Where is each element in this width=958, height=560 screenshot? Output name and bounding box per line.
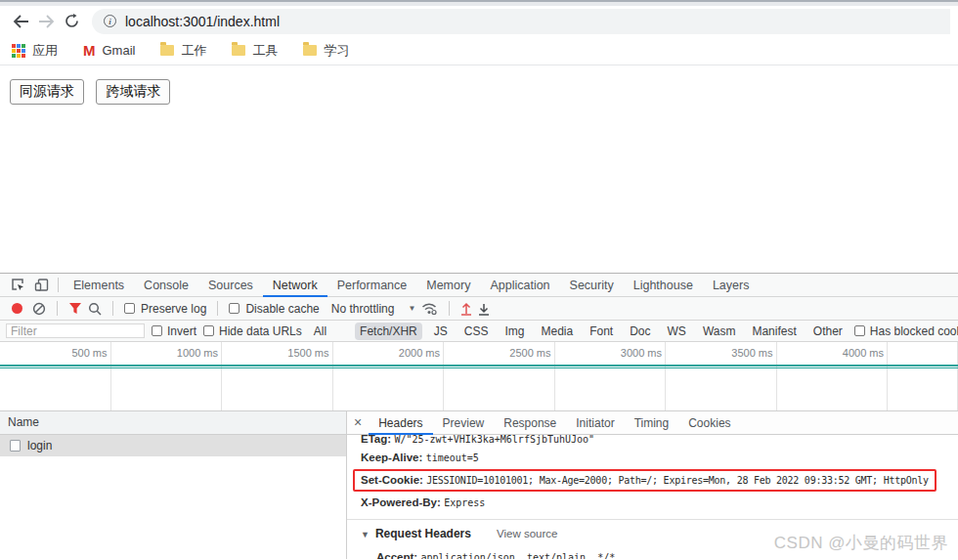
gmail-icon: M [83, 43, 96, 58]
close-detail-icon[interactable]: × [347, 414, 369, 432]
has-blocked-cookies-label: Has blocked cookies [870, 324, 958, 338]
section-divider [347, 519, 958, 520]
import-har-icon[interactable] [460, 302, 472, 316]
forward-button[interactable] [33, 9, 59, 34]
type-filter-other[interactable]: Other [808, 323, 848, 340]
bookmarks-bar: 应用 M Gmail 工作 工具 学习 [0, 36, 958, 65]
hide-data-urls-checkbox[interactable] [203, 325, 214, 336]
page-content: 同源请求 跨域请求 [0, 65, 958, 273]
grid-cell [444, 365, 555, 410]
devtools-tab-bar: Elements Console Sources Network Perform… [0, 274, 958, 297]
divider [58, 278, 59, 292]
grid-cell [666, 365, 777, 410]
invert-checkbox[interactable] [152, 325, 162, 336]
preserve-log-checkbox[interactable] [124, 303, 135, 314]
set-cookie-highlight-box: Set-Cookie: JESSIONID=10101001; Max-Age=… [353, 469, 936, 492]
request-headers-title[interactable]: Request Headers [375, 527, 471, 540]
filter-funnel-icon[interactable] [68, 302, 82, 315]
preserve-log-label: Preserve log [141, 302, 206, 316]
devtools-tab-sources[interactable]: Sources [198, 274, 263, 297]
name-column-header[interactable]: Name [0, 411, 346, 435]
type-filter-js[interactable]: JS [429, 323, 453, 340]
filter-input[interactable] [6, 323, 145, 338]
devtools-tab-elements[interactable]: Elements [64, 274, 134, 297]
folder-icon [303, 45, 317, 56]
devtools-tab-application[interactable]: Application [480, 274, 559, 297]
grid-cell [222, 365, 333, 410]
detail-tab-cookies[interactable]: Cookies [678, 411, 740, 435]
bookmark-gmail[interactable]: M Gmail [83, 43, 135, 58]
disclosure-triangle-icon[interactable]: ▼ [361, 530, 370, 539]
devtools-tab-network[interactable]: Network [263, 274, 327, 297]
type-filter-img[interactable]: Img [500, 323, 529, 340]
invert-checkbox-group[interactable]: Invert [152, 324, 196, 338]
request-row-login[interactable]: login [0, 435, 346, 456]
detail-tab-initiator[interactable]: Initiator [566, 411, 624, 435]
view-source-link[interactable]: View source [497, 528, 557, 539]
type-filter-all[interactable]: All [309, 323, 331, 340]
export-har-icon[interactable] [478, 302, 490, 316]
grid-cell [888, 365, 958, 410]
grid-cell [333, 365, 445, 410]
devtools-tab-security[interactable]: Security [560, 274, 624, 297]
type-filter-doc[interactable]: Doc [625, 323, 655, 340]
timeline-tick: 1000 ms [111, 342, 223, 365]
disable-cache-checkbox[interactable] [229, 303, 240, 314]
type-filter-manifest[interactable]: Manifest [747, 323, 801, 340]
reload-button[interactable] [59, 9, 84, 34]
disable-cache-label: Disable cache [245, 302, 319, 316]
page-info-icon[interactable]: i [104, 15, 116, 27]
url-text[interactable]: localhost:3001/index.html [125, 14, 280, 29]
same-origin-request-button[interactable]: 同源请求 [10, 79, 84, 105]
has-blocked-cookies-group[interactable]: Has blocked cookies [854, 324, 958, 338]
type-filter-media[interactable]: Media [536, 323, 578, 340]
bookmark-folder-study-label: 学习 [324, 42, 349, 60]
type-filter-fetch-xhr[interactable]: Fetch/XHR [355, 323, 422, 340]
search-icon[interactable] [88, 302, 102, 316]
throttling-dropdown[interactable]: No throttling ▼ [331, 302, 416, 316]
detail-tab-response[interactable]: Response [494, 411, 566, 435]
timeline-tick: 2000 ms [333, 342, 445, 365]
address-bar[interactable]: i localhost:3001/index.html [92, 9, 950, 34]
detail-tab-timing[interactable]: Timing [625, 411, 679, 435]
devtools-tab-console[interactable]: Console [134, 274, 198, 297]
detail-tab-headers[interactable]: Headers [369, 411, 432, 435]
grid-cell [111, 365, 223, 410]
type-filter-css[interactable]: CSS [459, 323, 494, 340]
type-filter-font[interactable]: Font [585, 323, 618, 340]
detail-tab-preview[interactable]: Preview [433, 411, 495, 435]
hide-data-urls-group[interactable]: Hide data URLs [203, 324, 302, 338]
overview-load-line [0, 367, 958, 368]
clear-network-log-icon[interactable] [32, 302, 46, 316]
throttling-value: No throttling [331, 302, 395, 316]
type-filter-wasm[interactable]: Wasm [698, 323, 741, 340]
grid-cell [0, 365, 111, 410]
request-name: login [27, 439, 52, 452]
has-blocked-cookies-checkbox[interactable] [854, 325, 865, 336]
timeline-tick: 4000 ms [777, 342, 889, 365]
cross-origin-request-button[interactable]: 跨域请求 [96, 79, 170, 105]
bookmark-folder-work[interactable]: 工作 [160, 42, 206, 60]
inspect-element-icon[interactable] [6, 275, 29, 296]
record-network-log-icon[interactable] [12, 303, 22, 314]
divider [112, 301, 113, 316]
request-list-pane: Name login [0, 411, 347, 559]
timeline-tick: 3500 ms [666, 342, 777, 365]
folder-icon [160, 45, 174, 56]
browser-window: i localhost:3001/index.html 应用 M Gmail 工… [0, 0, 958, 560]
back-button[interactable] [8, 9, 33, 34]
type-filter-ws[interactable]: WS [663, 323, 691, 340]
device-toolbar-icon[interactable] [29, 275, 53, 296]
overview-load-line [0, 365, 958, 366]
timeline-tick: 1500 ms [222, 342, 333, 365]
devtools-tab-memory[interactable]: Memory [416, 274, 480, 297]
devtools-tab-lighthouse[interactable]: Lighthouse [624, 274, 703, 297]
network-overview-graph[interactable] [0, 365, 958, 411]
devtools-tab-layers[interactable]: Layers [703, 274, 760, 297]
devtools-tab-performance[interactable]: Performance [327, 274, 417, 297]
apps-grid-icon [12, 44, 16, 48]
bookmark-folder-study[interactable]: 学习 [303, 42, 349, 60]
bookmark-folder-tools[interactable]: 工具 [232, 42, 278, 60]
bookmark-apps[interactable]: 应用 [12, 42, 58, 60]
network-conditions-icon[interactable] [421, 302, 438, 316]
